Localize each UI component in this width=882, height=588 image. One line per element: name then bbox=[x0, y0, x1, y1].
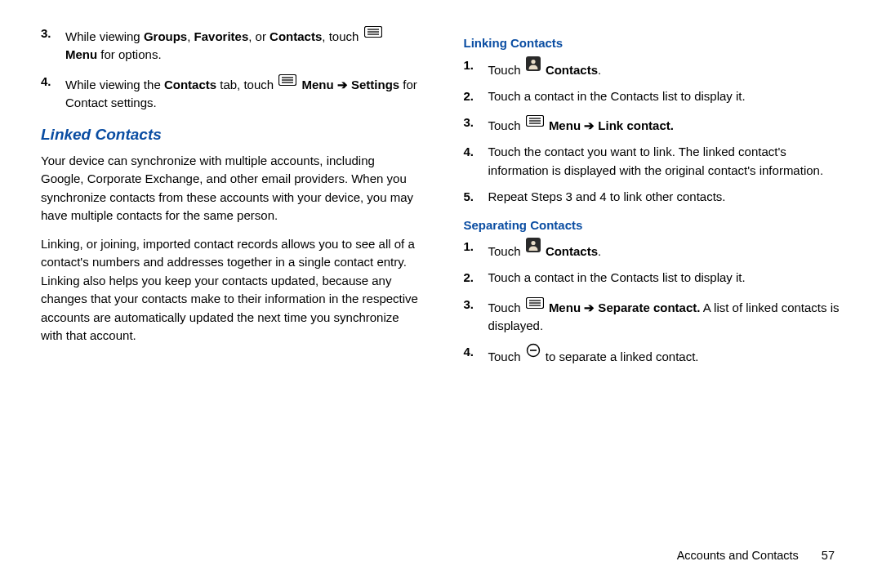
linking-item: 3.Touch Menu ➔ Link contact. bbox=[485, 114, 842, 135]
separating-item: 1.Touch Contacts. bbox=[485, 238, 842, 261]
left-list: 3.While viewing Groups, Favorites, or Co… bbox=[41, 24, 419, 112]
bold-text: Contacts bbox=[164, 77, 216, 91]
menu-icon bbox=[526, 296, 544, 314]
bold-text: Groups bbox=[144, 29, 187, 43]
list-number: 4. bbox=[41, 73, 51, 91]
bold-text: Menu ➔ Separate contact. bbox=[549, 300, 701, 314]
contacts-icon bbox=[526, 56, 541, 77]
bold-text: Menu ➔ Link contact. bbox=[549, 118, 674, 132]
bold-text: Contacts bbox=[546, 62, 598, 76]
separating-list: 1.Touch Contacts.2.Touch a contact in th… bbox=[464, 238, 842, 366]
menu-icon bbox=[278, 73, 296, 91]
list-number: 3. bbox=[464, 114, 474, 132]
linking-item: 2.Touch a contact in the Contacts list t… bbox=[485, 87, 842, 106]
minus-icon bbox=[526, 343, 541, 363]
bold-text: Menu ➔ Settings bbox=[301, 77, 399, 91]
list-number: 4. bbox=[464, 143, 474, 162]
separating-item: 2.Touch a contact in the Contacts list t… bbox=[485, 269, 842, 287]
list-number: 2. bbox=[464, 269, 474, 287]
contacts-icon bbox=[526, 238, 541, 258]
list-number: 5. bbox=[464, 188, 474, 207]
page-footer: Accounts and Contacts 57 bbox=[677, 547, 835, 565]
list-number: 3. bbox=[464, 296, 474, 314]
linking-item: 1.Touch Contacts. bbox=[485, 56, 842, 79]
svg-point-9 bbox=[531, 59, 535, 63]
bold-text: Menu bbox=[65, 47, 97, 61]
separating-contacts-heading: Separating Contacts bbox=[464, 216, 842, 235]
paragraph: Linking, or joining, imported contact re… bbox=[41, 235, 419, 345]
separating-item: 3.Touch Menu ➔ Separate contact. A list … bbox=[485, 296, 842, 336]
linking-item: 4.Touch the contact you want to link. Th… bbox=[485, 143, 842, 180]
linking-item: 5.Repeat Steps 3 and 4 to link other con… bbox=[485, 188, 842, 207]
page-number: 57 bbox=[822, 549, 835, 562]
linked-contacts-heading: Linked Contacts bbox=[41, 123, 419, 147]
linking-list: 1.Touch Contacts.2.Touch a contact in th… bbox=[464, 56, 842, 207]
menu-icon bbox=[364, 24, 382, 43]
contacts-list-label: Contacts list bbox=[611, 89, 681, 103]
right-column: Linking Contacts 1.Touch Contacts.2.Touc… bbox=[464, 24, 842, 374]
footer-section: Accounts and Contacts bbox=[677, 549, 799, 562]
menu-icon bbox=[526, 114, 544, 132]
list-number: 2. bbox=[464, 87, 474, 106]
separating-item: 4.Touch to separate a linked contact. bbox=[485, 343, 842, 366]
list-number: 4. bbox=[464, 343, 474, 362]
list-number: 3. bbox=[41, 24, 51, 43]
list-number: 1. bbox=[464, 238, 474, 256]
left-item: 4.While viewing the Contacts tab, touch … bbox=[62, 73, 419, 113]
list-number: 1. bbox=[464, 56, 474, 75]
left-item: 3.While viewing Groups, Favorites, or Co… bbox=[62, 24, 419, 65]
bold-text: Contacts bbox=[546, 244, 598, 258]
bold-text: Contacts bbox=[270, 29, 322, 43]
contacts-list-label: Contacts list bbox=[611, 270, 681, 284]
left-column: 3.While viewing Groups, Favorites, or Co… bbox=[41, 24, 419, 374]
bold-text: Favorites bbox=[194, 29, 249, 43]
paragraph: Your device can synchronize with multipl… bbox=[41, 152, 419, 225]
svg-point-15 bbox=[531, 241, 535, 245]
linking-contacts-heading: Linking Contacts bbox=[464, 34, 842, 53]
